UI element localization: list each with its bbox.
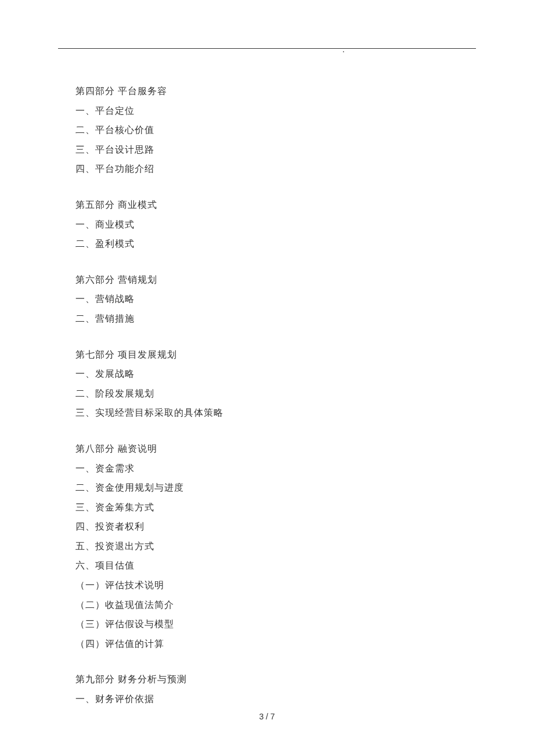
section-7: 第七部分 项目发展规划 一、发展战略 二、阶段发展规划 三、实现经营目标采取的具… xyxy=(75,345,459,423)
toc-item: 一、平台定位 xyxy=(75,101,459,121)
toc-item: 二、平台核心价值 xyxy=(75,120,459,140)
toc-item: 二、盈利模式 xyxy=(75,234,459,254)
section-4: 第四部分 平台服务容 一、平台定位 二、平台核心价值 三、平台设计思路 四、平台… xyxy=(75,81,459,179)
toc-item: （二）收益现值法简介 xyxy=(75,595,459,615)
header-horizontal-rule xyxy=(58,48,476,49)
toc-item: 四、投资者权利 xyxy=(75,517,459,537)
section-title: 第六部分 营销规划 xyxy=(75,270,459,290)
section-title: 第八部分 融资说明 xyxy=(75,439,459,459)
toc-item: （一）评估技术说明 xyxy=(75,575,459,595)
section-title: 第四部分 平台服务容 xyxy=(75,81,459,101)
toc-item: 一、营销战略 xyxy=(75,289,459,309)
toc-item: 六、项目估值 xyxy=(75,556,459,575)
section-title: 第七部分 项目发展规划 xyxy=(75,345,459,365)
toc-item: 二、阶段发展规划 xyxy=(75,384,459,404)
section-6: 第六部分 营销规划 一、营销战略 二、营销措施 xyxy=(75,270,459,329)
section-title: 第九部分 财务分析与预测 xyxy=(75,669,459,689)
toc-item: 二、营销措施 xyxy=(75,309,459,329)
toc-item: 三、平台设计思路 xyxy=(75,140,459,160)
toc-item: （三）评估假设与模型 xyxy=(75,614,459,634)
toc-item: 一、发展战略 xyxy=(75,364,459,384)
toc-item: 三、实现经营目标采取的具体策略 xyxy=(75,403,459,423)
toc-item: 一、资金需求 xyxy=(75,459,459,478)
toc-item: 一、财务评价依据 xyxy=(75,689,459,709)
document-content: 第四部分 平台服务容 一、平台定位 二、平台核心价值 三、平台设计思路 四、平台… xyxy=(75,81,459,709)
toc-item: 四、平台功能介绍 xyxy=(75,159,459,179)
toc-item: 三、资金筹集方式 xyxy=(75,498,459,517)
toc-item: 一、商业模式 xyxy=(75,215,459,235)
section-5: 第五部分 商业模式 一、商业模式 二、盈利模式 xyxy=(75,195,459,254)
toc-item: 五、投资退出方式 xyxy=(75,537,459,556)
page-number: 3 / 7 xyxy=(0,712,534,721)
section-8: 第八部分 融资说明 一、资金需求 二、资金使用规划与进度 三、资金筹集方式 四、… xyxy=(75,439,459,654)
section-title: 第五部分 商业模式 xyxy=(75,195,459,215)
header-dot: . xyxy=(342,45,345,55)
section-9: 第九部分 财务分析与预测 一、财务评价依据 xyxy=(75,669,459,708)
toc-item: （四）评估值的计算 xyxy=(75,634,459,654)
page-container: . 第四部分 平台服务容 一、平台定位 二、平台核心价值 三、平台设计思路 四、… xyxy=(0,0,534,756)
toc-item: 二、资金使用规划与进度 xyxy=(75,478,459,498)
